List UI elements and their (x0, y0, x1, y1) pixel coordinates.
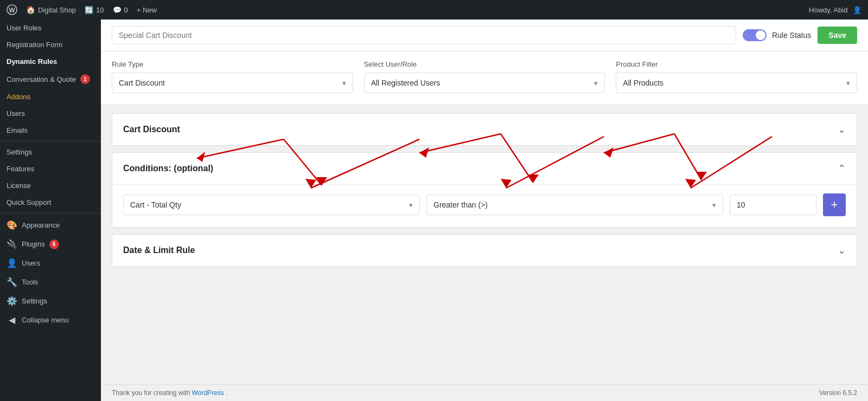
new-menu[interactable]: + New (137, 6, 157, 14)
product-filter-select[interactable]: All Products Specific Products Product C… (616, 73, 857, 93)
user-role-select-wrapper: All Registered Users Administrator Custo… (364, 73, 605, 93)
cart-discount-chevron-icon: ⌄ (838, 124, 846, 135)
sidebar-item-quick-support[interactable]: Quick Support (0, 194, 101, 211)
cart-discount-header[interactable]: Cart Discount ⌄ (112, 114, 857, 145)
footer: Thank you for creating with WordPress . … (101, 384, 868, 401)
operator-select-wrapper: Greater than (>) Less than (<) Equal to … (426, 195, 723, 215)
special-cart-input[interactable] (112, 26, 736, 44)
rule-status-label: Rule Status (772, 31, 811, 40)
rule-status-toggle[interactable] (743, 29, 767, 41)
operator-select[interactable]: Greater than (>) Less than (<) Equal to … (427, 195, 723, 215)
sidebar-item-user-roles[interactable]: User Roles (0, 20, 101, 36)
sidebar-item-plugins[interactable]: 🔌 Plugins 6 (0, 235, 101, 254)
product-filter-label: Product Filter (616, 60, 857, 68)
conditions-header[interactable]: Conditions: (optional) ⌃ (112, 153, 857, 184)
user-role-field: Select User/Role All Registered Users Ad… (364, 60, 605, 93)
top-bar: Rule Status Save (101, 20, 868, 51)
sidebar-item-tools[interactable]: 🔧 Tools (0, 273, 101, 292)
tools-icon: 🔧 (7, 277, 17, 287)
sidebar-item-settings[interactable]: ⚙️ Settings (0, 292, 101, 311)
sidebar-item-users[interactable]: 👤 Users (0, 254, 101, 273)
sidebar-item-collapse[interactable]: ◀ Collapse menu (0, 311, 101, 329)
sidebar-item-users-plugin[interactable]: Users (0, 105, 101, 122)
greeting: Howdy, Abid 👤 (809, 6, 861, 14)
sidebar-item-addons[interactable]: Addons (0, 88, 101, 105)
toggle-knob (756, 30, 765, 40)
plugins-icon: 🔌 (7, 239, 17, 249)
sidebar-item-features[interactable]: Features (0, 160, 101, 177)
conversation-badge: 1 (80, 74, 90, 84)
version-text: Version 6.5.2 (819, 389, 857, 397)
users-icon: 👤 (7, 258, 17, 268)
rule-row: Rule Type Cart Discount Product Discount… (101, 51, 868, 105)
conditions-body: Cart - Total Qty Cart - Total Amount Car… (112, 184, 857, 227)
sidebar-item-dynamic-rules[interactable]: Dynamic Rules (0, 53, 101, 70)
date-limit-section: Date & Limit Rule ⌄ (112, 234, 857, 267)
product-filter-select-wrapper: All Products Specific Products Product C… (616, 73, 857, 93)
sidebar-item-settings-plugin[interactable]: Settings (0, 144, 101, 160)
sidebar-separator-1 (0, 141, 101, 141)
sidebar: User Roles Registration Form Dynamic Rul… (0, 20, 101, 401)
sidebar-item-emails[interactable]: Emails (0, 122, 101, 139)
appearance-icon: 🎨 (7, 220, 17, 230)
conditions-section: Conditions: (optional) ⌃ (112, 152, 857, 228)
condition-type-select[interactable]: Cart - Total Qty Cart - Total Amount Car… (124, 195, 419, 215)
sidebar-item-registration-form[interactable]: Registration Form (0, 36, 101, 53)
conditions-row: Cart - Total Qty Cart - Total Amount Car… (123, 193, 846, 216)
scroll-content: Cart Discount ⌄ Conditions: (optional) ⌃ (101, 105, 868, 384)
date-limit-title: Date & Limit Rule (123, 245, 195, 255)
save-button[interactable]: Save (818, 27, 857, 44)
condition-type-select-wrapper: Cart - Total Qty Cart - Total Amount Car… (123, 195, 420, 215)
product-filter-field: Product Filter All Products Specific Pro… (616, 60, 857, 93)
rule-type-select[interactable]: Cart Discount Product Discount Shipping … (112, 73, 353, 93)
wordpress-link[interactable]: WordPress (192, 389, 224, 397)
condition-value-input[interactable] (730, 195, 816, 215)
collapse-icon: ◀ (7, 315, 17, 325)
rule-type-field: Rule Type Cart Discount Product Discount… (112, 60, 353, 93)
sidebar-item-appearance[interactable]: 🎨 Appearance (0, 216, 101, 235)
admin-bar: W 🏠 Digital Shop 🔄 10 💬 0 + New Howdy, A… (0, 0, 868, 20)
date-limit-chevron-icon: ⌄ (838, 244, 846, 256)
user-role-label: Select User/Role (364, 60, 605, 68)
rule-type-select-wrapper: Cart Discount Product Discount Shipping … (112, 73, 353, 93)
sidebar-item-conversation-quote[interactable]: Conversation & Quote 1 (0, 70, 101, 88)
user-role-select[interactable]: All Registered Users Administrator Custo… (365, 73, 605, 93)
cart-discount-title: Cart Discount (123, 125, 180, 134)
rule-status-area: Rule Status (743, 29, 811, 41)
settings-icon: ⚙️ (7, 296, 17, 306)
footer-text: Thank you for creating with WordPress . (112, 389, 227, 397)
conditions-title: Conditions: (optional) (123, 164, 213, 173)
content-area: Rule Status Save Rule Type Cart Discount… (101, 20, 868, 401)
conditions-chevron-icon: ⌃ (838, 163, 846, 174)
svg-text:W: W (9, 7, 15, 14)
comments-count[interactable]: 💬 0 (113, 6, 128, 14)
wp-logo[interactable]: W (7, 4, 17, 15)
rule-type-label: Rule Type (112, 60, 353, 68)
updates-count[interactable]: 🔄 10 (85, 6, 104, 14)
sidebar-separator-2 (0, 213, 101, 214)
site-name[interactable]: 🏠 Digital Shop (26, 5, 76, 14)
date-limit-header[interactable]: Date & Limit Rule ⌄ (112, 235, 857, 266)
sidebar-item-license[interactable]: License (0, 177, 101, 194)
add-condition-button[interactable]: + (823, 193, 846, 216)
cart-discount-section: Cart Discount ⌄ (112, 113, 857, 146)
plugins-badge: 6 (49, 240, 59, 249)
